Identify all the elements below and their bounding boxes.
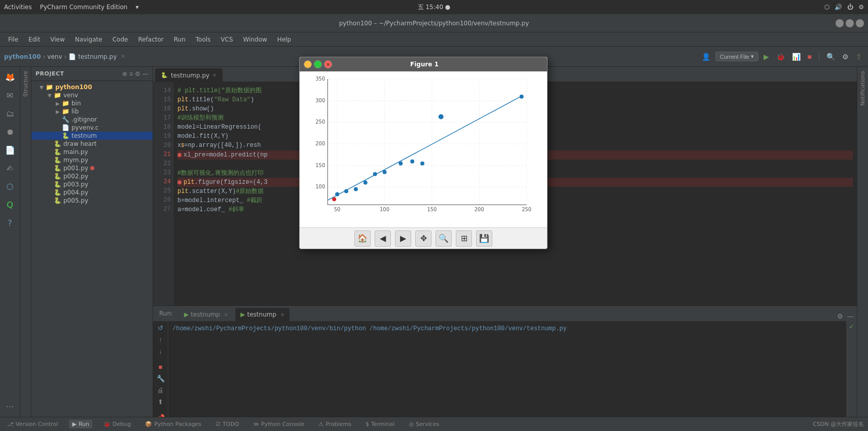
bottom-tab-version-control[interactable]: ⎇ Version Control (4, 420, 61, 428)
bottom-tab-todo[interactable]: ☑ TODO (212, 420, 242, 428)
sidebar-record-icon[interactable]: ⏺ (2, 124, 18, 140)
figure-zoom-btn[interactable]: 🔍 (436, 230, 452, 247)
tree-item-testnum[interactable]: ▶ 🐍 testnum (31, 132, 153, 140)
project-collapse-btn[interactable]: ≡ (129, 70, 133, 77)
menu-refactor[interactable]: Refactor (134, 35, 167, 44)
activities-label[interactable]: Activities (4, 4, 32, 11)
project-minimize-btn[interactable]: — (142, 70, 149, 77)
run-pin-btn[interactable]: 📌 (156, 413, 166, 417)
close-button[interactable] (856, 19, 864, 27)
run-tab1-close[interactable]: ✕ (224, 312, 228, 318)
notifications-label[interactable]: Notifications (859, 67, 866, 110)
menu-help[interactable]: Help (273, 35, 295, 44)
run-settings-btn[interactable]: ⚙ (836, 311, 844, 321)
run-wrench-btn[interactable]: 🔧 (156, 374, 166, 383)
tree-item-main[interactable]: ▶ 🐍 main.py (31, 148, 153, 156)
project-settings-btn[interactable]: ⚙ (135, 70, 140, 77)
sidebar-qt-icon[interactable]: Q (2, 197, 18, 213)
menu-code[interactable]: Code (108, 35, 132, 44)
run-minimize-btn[interactable]: — (846, 311, 855, 321)
menu-edit[interactable]: Edit (24, 35, 44, 44)
run-stop-btn[interactable]: ■ (158, 362, 164, 372)
run-tab-testnump-1[interactable]: ▶ testnump ✕ (179, 308, 233, 321)
run-btn[interactable]: ▶ (762, 52, 771, 62)
figure-save-btn[interactable]: 💾 (476, 230, 492, 247)
tree-item-p001[interactable]: ▶ 🐍 p001.py (31, 164, 153, 172)
tree-item-venv[interactable]: ▼ 📁 venv (31, 91, 153, 99)
sidebar-help-icon[interactable]: ? (2, 215, 18, 231)
breadcrumb-close-btn[interactable]: ✕ (119, 52, 127, 61)
bottom-tab-debug[interactable]: 🐞 Debug (100, 420, 134, 428)
bottom-tab-services[interactable]: ◎ Services (406, 420, 442, 428)
bottom-tab-problems[interactable]: ⚠ Problems (315, 420, 354, 428)
figure-back-btn[interactable]: ◀ (375, 230, 391, 247)
code-text-25: plt.scatter(X,Y)#原始数据 (177, 187, 264, 196)
run-up2-btn[interactable]: ⬆ (157, 397, 164, 407)
bottom-tab-python-packages[interactable]: 📦 Python Packages (142, 420, 204, 428)
menu-view[interactable]: View (46, 35, 68, 44)
update-btn[interactable]: ⇧ (854, 52, 864, 62)
maximize-button[interactable] (846, 19, 854, 27)
power-icon[interactable]: ⏻ (847, 4, 853, 11)
system-settings-icon[interactable]: ⚙ (858, 4, 864, 11)
window-controls[interactable] (836, 19, 864, 27)
figure-home-btn[interactable]: 🏠 (354, 230, 371, 247)
bottom-tab-terminal[interactable]: $ Terminal (363, 420, 398, 428)
run-tab-testnump-2[interactable]: ▶ testnump ✕ (235, 308, 290, 321)
debug-btn[interactable]: 🐞 (774, 52, 787, 62)
run-tab2-close[interactable]: ✕ (280, 312, 284, 318)
menu-navigate[interactable]: Navigate (71, 35, 106, 44)
tree-item-pyvenv[interactable]: ▶ 📄 pyvenv.c (31, 124, 153, 132)
profile-icon[interactable]: 👤 (700, 52, 712, 62)
minimize-button[interactable] (836, 19, 844, 27)
menu-file[interactable]: File (4, 35, 22, 44)
sidebar-firefox-icon[interactable]: 🦊 (2, 69, 18, 85)
bottom-tab-run[interactable]: ▶ Run (69, 420, 92, 428)
tree-item-p002[interactable]: ▶ 🐍 p002.py (31, 172, 153, 180)
tree-item-p005[interactable]: ▶ 🐍 p005.py (31, 197, 153, 205)
run-coverage-btn[interactable]: 📊 (790, 52, 803, 62)
project-sync-btn[interactable]: ⊕ (122, 70, 127, 77)
app-arrow-icon[interactable]: ▾ (135, 4, 138, 11)
breadcrumb-file[interactable]: 📄 testnump.py (68, 53, 117, 60)
figure-close-btn[interactable]: ✕ (324, 60, 332, 68)
run-scroll-down-btn[interactable]: ↓ (158, 346, 163, 356)
structure-label[interactable]: Structure (22, 67, 29, 101)
breadcrumb-venv[interactable]: venv (47, 53, 62, 60)
search-toolbar-btn[interactable]: 🔍 (824, 52, 837, 62)
tree-item-p004[interactable]: ▶ 🐍 p004.py (31, 188, 153, 197)
editor-tab-close[interactable]: ✕ (212, 72, 216, 78)
menu-window[interactable]: Window (239, 35, 271, 44)
settings-toolbar-btn[interactable]: ⚙ (840, 52, 851, 62)
sidebar-docs-icon[interactable]: 📄 (2, 142, 18, 158)
figure-maximize-btn[interactable] (314, 60, 322, 68)
sidebar-email-icon[interactable]: ✉ (2, 87, 18, 103)
menu-tools[interactable]: Tools (192, 35, 215, 44)
tree-item-lib[interactable]: ▶ 📁 lib (31, 107, 153, 115)
run-scroll-up-btn[interactable]: ↑ (158, 335, 163, 344)
sidebar-files-icon[interactable]: 🗂 (2, 105, 18, 122)
tree-item-root[interactable]: ▼ 📁 python100 (31, 83, 153, 91)
figure-minimize-btn[interactable] (304, 60, 312, 68)
menu-run[interactable]: Run (170, 35, 190, 44)
tree-item-mym[interactable]: ▶ 🐍 mym.py (31, 156, 153, 164)
current-file-btn[interactable]: Current File ▾ (715, 52, 758, 61)
breadcrumb-root[interactable]: python100 (4, 53, 41, 60)
figure-pan-btn[interactable]: ✥ (415, 230, 431, 247)
run-rerun-btn[interactable]: ↺ (157, 323, 164, 333)
stop-btn[interactable]: ■ (806, 52, 814, 62)
app-name-label[interactable]: PyCharm Community Edition (40, 4, 128, 11)
tree-item-gitignore[interactable]: ▶ 🔧 .gitignor (31, 115, 153, 124)
tree-item-drawheart[interactable]: ▶ 🐍 draw heart (31, 140, 153, 148)
sidebar-more-icon[interactable]: ··· (2, 399, 18, 415)
sidebar-pycharm-icon[interactable]: ⬡ (2, 178, 18, 194)
bottom-tab-python-console[interactable]: ≫ Python Console (250, 420, 308, 428)
tree-item-bin[interactable]: ▶ 📁 bin (31, 99, 153, 107)
menu-vcs[interactable]: VCS (216, 35, 237, 44)
run-print-btn[interactable]: 🖨 (156, 385, 165, 395)
figure-config-btn[interactable]: ⊞ (456, 230, 472, 247)
tree-item-p003[interactable]: ▶ 🐍 p003.py (31, 180, 153, 188)
figure-forward-btn[interactable]: ▶ (395, 230, 411, 247)
sidebar-writer-icon[interactable]: ✍ (2, 160, 18, 176)
editor-tab-testnump[interactable]: 🐍 testnump.py ✕ (155, 68, 223, 82)
